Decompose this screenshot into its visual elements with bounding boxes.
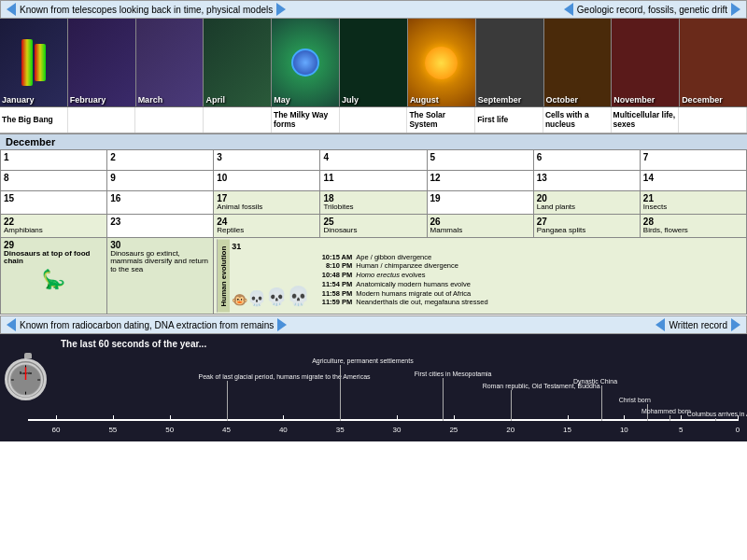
aug-label: August [410, 95, 439, 105]
tick-mark [283, 415, 284, 421]
left-arrow3-icon [7, 318, 16, 331]
event-line [443, 378, 444, 421]
right-arrow3-icon [277, 318, 287, 331]
cal-day-11: 11 [320, 171, 427, 191]
cal-day-20: 20Land plants [534, 191, 641, 215]
cal-day-8: 8 [1, 171, 107, 191]
skull1: 🐵 [232, 292, 247, 307]
cal-day-7: 7 [641, 150, 747, 171]
last60-title: The last 60 seconds of the year... [61, 339, 206, 349]
tick-mark [454, 415, 455, 421]
cal-day-19: 19 [428, 191, 534, 215]
left-arrow2-icon [564, 3, 573, 16]
nov-caption: Multicellular life, sexes [612, 107, 680, 133]
tick-label: 55 [108, 426, 117, 434]
cal-day-9: 9 [107, 171, 214, 191]
tick-label: 15 [563, 426, 571, 434]
sep-caption: First life [475, 107, 543, 133]
written-record-text: Written record [669, 320, 727, 330]
apr-label: April [205, 95, 225, 105]
tick-mark [113, 415, 114, 421]
cal-day-16: 16 [107, 191, 214, 215]
mar-label: March [138, 95, 163, 105]
event-label: First cities in Mesopotamia [415, 371, 492, 378]
event-line [601, 385, 602, 421]
month-april: April [204, 19, 272, 106]
sep-label: September [478, 95, 522, 105]
cal-day-17: 17Animal fossils [214, 191, 320, 215]
months-row: January February March April May July Au… [0, 19, 747, 107]
tick-mark [56, 415, 57, 421]
cal-day-26: 26Mammals [428, 215, 534, 238]
telescope-banner: Known from telescopes looking back in ti… [7, 3, 286, 16]
tick-mark [681, 415, 682, 421]
event-label: Agriculture, permanent settlements [312, 357, 414, 365]
radiocarbon-left: Known from radiocarbon dating, DNA extra… [7, 318, 287, 331]
tick-mark [568, 415, 569, 421]
oct-caption: Cells with a nucleus [543, 107, 612, 133]
cal-day-4: 4 [320, 150, 427, 171]
tick-mark [170, 415, 171, 421]
calendar-grid: 1 2 3 4 5 6 7 8 9 10 11 12 13 14 15 16 1… [0, 150, 747, 238]
event-line [511, 390, 512, 421]
feb-caption [68, 107, 136, 133]
tick-label: 60 [52, 426, 61, 434]
tick-label: 45 [222, 426, 231, 434]
caption-row: The Big Bang The Milky Way forms The Sol… [0, 107, 747, 133]
aug-caption: The Solar System [407, 107, 475, 133]
event-label: Christ born [619, 397, 651, 404]
tick-label: 30 [393, 426, 402, 434]
cal-day-21: 21Insects [641, 191, 747, 215]
event-line [669, 415, 670, 421]
cal-day-5: 5 [428, 150, 534, 171]
month-march: March [136, 19, 204, 106]
left-arrow-icon [7, 3, 16, 16]
event-label: Columbus arrives in America (one second … [687, 411, 747, 418]
event-label: Dynastic China [573, 378, 617, 385]
human-evo-content: 31 🐵 💀 💀 💀 10:15 AMApe / gibbon divergen… [230, 240, 743, 313]
tick-label: 10 [620, 426, 628, 434]
month-february: February [68, 19, 136, 106]
cal-day-1: 1 [1, 150, 107, 171]
jul-label: July [342, 95, 359, 105]
telescope-text: Known from telescopes looking back in ti… [20, 5, 273, 15]
month-august: August [408, 19, 476, 106]
skull3: 💀 [266, 287, 287, 307]
dec-caption [679, 107, 747, 133]
month-october: October [544, 19, 613, 106]
tick-label: 40 [279, 426, 288, 434]
cal-day-6: 6 [534, 150, 641, 171]
cal-day-25: 25Dinosaurs [320, 215, 427, 238]
skull2: 💀 [247, 289, 266, 307]
radiocarbon-text: Known from radiocarbon dating, DNA extra… [20, 320, 274, 330]
tick-label: 50 [165, 426, 174, 434]
tick-label: 25 [449, 426, 458, 434]
jan-caption: The Big Bang [0, 107, 68, 133]
human-evo-label: Human evolution [217, 240, 230, 313]
left-arrow4-icon [655, 318, 665, 331]
tick-mark [624, 415, 625, 421]
event-label: Peak of last glacial period, humans migr… [199, 373, 371, 381]
mar-caption [135, 107, 204, 133]
event-line [340, 365, 341, 421]
nov-label: November [613, 95, 655, 105]
cal-day-22: 22Amphibians [1, 215, 107, 238]
jan-label: January [2, 95, 35, 105]
cal-day-27: 27Pangaea splits [534, 215, 641, 238]
last60-inner: Suunto The last 60 seconds of the year..… [0, 334, 747, 441]
oct-label: October [546, 95, 579, 105]
may-caption: The Milky Way forms [272, 107, 340, 133]
cal-day-31-evolution: Human evolution 31 🐵 💀 💀 💀 10:15 AMApe /… [214, 238, 747, 315]
cal-day-23: 23 [107, 215, 214, 238]
feb-label: February [70, 95, 106, 105]
tick-label: 35 [336, 426, 345, 434]
month-december: December [680, 19, 747, 106]
right-arrow2-icon [731, 3, 740, 16]
skull4: 💀 [287, 285, 310, 307]
last60-section: Suunto The last 60 seconds of the year..… [0, 334, 747, 441]
timeline-events: 10:15 AMApe / gibbon divergence 8:10 PMH… [310, 253, 741, 308]
event-line [227, 381, 228, 421]
right-arrow-icon [276, 3, 286, 16]
event-label: Mohammed born [641, 408, 691, 415]
apr-caption [204, 107, 272, 133]
